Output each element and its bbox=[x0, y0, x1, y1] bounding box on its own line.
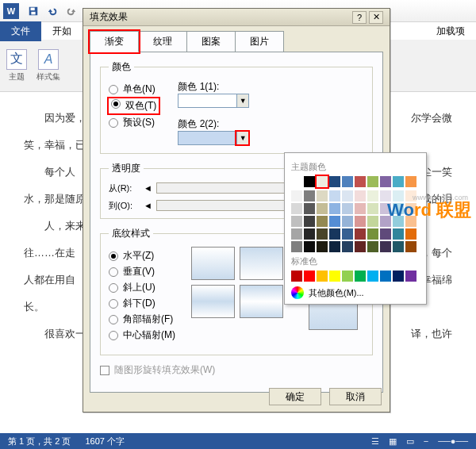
color-swatch[interactable] bbox=[367, 216, 378, 227]
color-swatch[interactable] bbox=[342, 176, 353, 187]
color-swatch[interactable] bbox=[329, 241, 340, 252]
color-swatch[interactable] bbox=[355, 271, 366, 282]
color-swatch[interactable] bbox=[342, 228, 353, 240]
save-icon[interactable] bbox=[26, 4, 40, 18]
cancel-button[interactable]: 取消 bbox=[329, 388, 382, 405]
color-swatch[interactable] bbox=[367, 203, 378, 214]
color-swatch[interactable] bbox=[355, 228, 366, 240]
group-styleset[interactable]: A 样式集 bbox=[36, 49, 60, 83]
color-swatch[interactable] bbox=[317, 203, 328, 214]
view-icon[interactable]: ▦ bbox=[389, 436, 397, 447]
color-swatch[interactable] bbox=[367, 241, 378, 252]
color-swatch[interactable] bbox=[329, 203, 340, 214]
page-indicator[interactable]: 第 1 页，共 2 页 bbox=[8, 436, 71, 447]
color-swatch[interactable] bbox=[405, 271, 416, 282]
color-swatch[interactable] bbox=[405, 241, 416, 252]
radio-center[interactable] bbox=[109, 331, 118, 340]
variant-4[interactable] bbox=[240, 285, 283, 318]
color-swatch[interactable] bbox=[367, 190, 378, 201]
color-swatch[interactable] bbox=[329, 228, 340, 240]
color-swatch[interactable] bbox=[380, 176, 391, 187]
redo-icon[interactable] bbox=[64, 4, 79, 18]
radio-diagup[interactable] bbox=[109, 283, 118, 293]
radio-diagdown[interactable] bbox=[109, 299, 118, 309]
color-swatch[interactable] bbox=[317, 228, 328, 240]
color-swatch[interactable] bbox=[393, 271, 404, 282]
undo-icon[interactable] bbox=[45, 4, 60, 18]
color-swatch[interactable] bbox=[329, 271, 340, 282]
tab-gradient[interactable]: 渐变 bbox=[90, 31, 139, 52]
color-swatch[interactable] bbox=[291, 228, 302, 240]
radio-two[interactable] bbox=[111, 99, 121, 109]
color2-combo[interactable]: ▼ bbox=[178, 131, 249, 145]
color-swatch[interactable] bbox=[291, 216, 302, 227]
color-swatch[interactable] bbox=[317, 190, 328, 201]
color-swatch[interactable] bbox=[342, 271, 353, 282]
color-swatch[interactable] bbox=[329, 176, 340, 187]
color-swatch[interactable] bbox=[291, 203, 302, 214]
color-swatch[interactable] bbox=[291, 241, 302, 252]
color-swatch[interactable] bbox=[380, 228, 391, 240]
tab-texture[interactable]: 纹理 bbox=[138, 31, 187, 52]
zoom-slider[interactable]: ──●── bbox=[438, 436, 468, 446]
variant-1[interactable] bbox=[191, 247, 235, 280]
color-swatch[interactable] bbox=[355, 216, 366, 227]
color-swatch[interactable] bbox=[380, 271, 391, 282]
group-theme[interactable]: 文 主题 bbox=[6, 49, 27, 83]
radio-vertical[interactable] bbox=[109, 267, 118, 277]
view-icon[interactable]: ▭ bbox=[406, 436, 414, 447]
color-swatch[interactable] bbox=[367, 176, 378, 187]
color-swatch[interactable] bbox=[317, 176, 328, 187]
color-swatch[interactable] bbox=[304, 228, 315, 240]
rotate-checkbox[interactable] bbox=[100, 366, 109, 375]
color-swatch[interactable] bbox=[329, 190, 340, 201]
more-colors[interactable]: 其他颜色(M)... bbox=[291, 286, 420, 299]
radio-corner[interactable] bbox=[109, 315, 118, 324]
radio-horizontal[interactable] bbox=[109, 251, 118, 261]
variant-grid[interactable] bbox=[191, 247, 293, 318]
color-swatch[interactable] bbox=[317, 216, 328, 227]
color-swatch[interactable] bbox=[317, 271, 328, 282]
tab-file[interactable]: 文件 bbox=[0, 21, 41, 41]
tab-picture[interactable]: 图片 bbox=[235, 31, 284, 52]
color-swatch[interactable] bbox=[342, 190, 353, 201]
color-swatch[interactable] bbox=[367, 228, 378, 240]
color-swatch[interactable] bbox=[342, 203, 353, 214]
color-swatch[interactable] bbox=[405, 228, 416, 240]
color-swatch[interactable] bbox=[291, 190, 302, 201]
color-swatch[interactable] bbox=[317, 241, 328, 252]
radio-preset[interactable] bbox=[109, 118, 118, 128]
color-swatch[interactable] bbox=[355, 203, 366, 214]
view-icon[interactable]: ☰ bbox=[371, 436, 379, 447]
word-count[interactable]: 1607 个字 bbox=[85, 436, 125, 447]
color-swatch[interactable] bbox=[393, 241, 404, 252]
ok-button[interactable]: 确定 bbox=[269, 388, 321, 405]
color-swatch[interactable] bbox=[342, 216, 353, 227]
color-swatch[interactable] bbox=[304, 241, 315, 252]
dialog-close-button[interactable]: ✕ bbox=[369, 11, 383, 24]
variant-3[interactable] bbox=[191, 285, 235, 318]
color-swatch[interactable] bbox=[291, 176, 302, 187]
color-swatch[interactable] bbox=[393, 176, 404, 187]
color1-combo[interactable]: ▼ bbox=[178, 94, 249, 108]
color-swatch[interactable] bbox=[304, 176, 315, 187]
color-swatch[interactable] bbox=[367, 271, 378, 282]
color-swatch[interactable] bbox=[304, 271, 315, 282]
color-swatch[interactable] bbox=[405, 176, 416, 187]
color-swatch[interactable] bbox=[291, 271, 302, 282]
tab-addins[interactable]: 加载项 bbox=[425, 21, 476, 41]
tab-pattern[interactable]: 图案 bbox=[186, 31, 236, 52]
tab-home[interactable]: 开如 bbox=[41, 21, 83, 41]
dialog-help-button[interactable]: ? bbox=[352, 11, 367, 24]
color-swatch[interactable] bbox=[393, 228, 404, 240]
color-swatch[interactable] bbox=[304, 190, 315, 201]
color-swatch[interactable] bbox=[329, 216, 340, 227]
color-swatch[interactable] bbox=[355, 176, 366, 187]
zoom-out[interactable]: − bbox=[424, 436, 428, 446]
color-swatch[interactable] bbox=[304, 216, 315, 227]
variant-2[interactable] bbox=[240, 247, 283, 280]
color-swatch[interactable] bbox=[355, 241, 366, 252]
color-swatch[interactable] bbox=[342, 241, 353, 252]
radio-single[interactable] bbox=[109, 85, 118, 94]
color-swatch[interactable] bbox=[380, 241, 391, 252]
